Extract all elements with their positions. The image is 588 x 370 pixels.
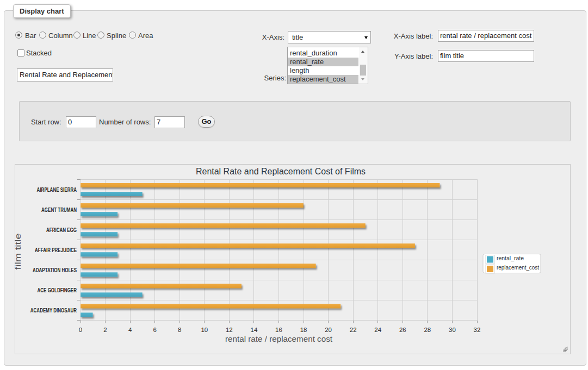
svg-text:AIRPLANE SIERRA: AIRPLANE SIERRA xyxy=(37,187,77,193)
svg-text:ACADEMY DINOSAUR: ACADEMY DINOSAUR xyxy=(30,308,77,313)
svg-text:film title: film title xyxy=(15,233,22,269)
svg-text:ADAPTATION HOLES: ADAPTATION HOLES xyxy=(33,267,77,273)
svg-text:2: 2 xyxy=(103,327,107,333)
svg-text:replacement_cost: replacement_cost xyxy=(497,264,539,271)
svg-text:28: 28 xyxy=(424,327,431,333)
svg-text:18: 18 xyxy=(300,327,307,333)
svg-text:ACE GOLDFINGER: ACE GOLDFINGER xyxy=(38,287,77,293)
svg-text:30: 30 xyxy=(449,327,456,333)
svg-text:rental_rate: rental_rate xyxy=(497,255,524,261)
svg-text:26: 26 xyxy=(399,327,406,333)
svg-text:rental rate / replacement cost: rental rate / replacement cost xyxy=(225,335,332,343)
svg-text:6: 6 xyxy=(153,327,156,333)
svg-text:32: 32 xyxy=(474,327,481,333)
svg-text:8: 8 xyxy=(178,327,181,333)
svg-text:AFRICAN EGG: AFRICAN EGG xyxy=(46,227,77,233)
svg-text:AGENT TRUMAN: AGENT TRUMAN xyxy=(41,207,77,213)
svg-text:Rental Rate and Replacement Co: Rental Rate and Replacement Cost of Film… xyxy=(196,167,366,176)
svg-text:10: 10 xyxy=(201,327,208,333)
svg-text:AFFAIR PREJUDICE: AFFAIR PREJUDICE xyxy=(35,247,77,253)
svg-text:0: 0 xyxy=(79,327,82,333)
svg-text:16: 16 xyxy=(275,327,282,333)
svg-text:22: 22 xyxy=(350,327,357,333)
svg-text:14: 14 xyxy=(251,327,258,333)
svg-text:4: 4 xyxy=(128,327,132,333)
svg-text:12: 12 xyxy=(226,327,233,333)
svg-text:20: 20 xyxy=(325,327,332,333)
svg-text:24: 24 xyxy=(374,327,381,333)
